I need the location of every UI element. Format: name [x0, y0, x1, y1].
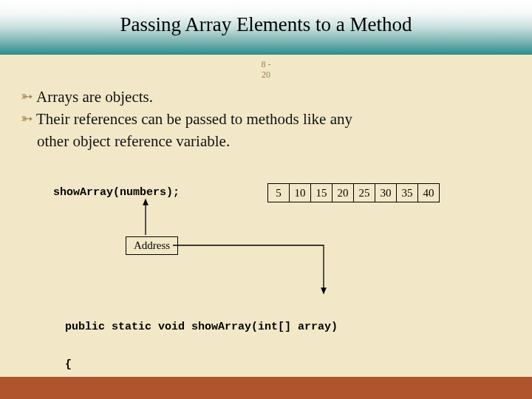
bullet-glyph: ➳: [21, 86, 33, 106]
slide-header: Passing Array Elements to a Method: [0, 0, 532, 55]
array-cell: 35: [396, 183, 418, 202]
code-line: public static void showArray(int[] array…: [65, 321, 338, 333]
bullet-item: ➳ Arrays are objects.: [21, 86, 511, 107]
page-number-top: 8 -: [0, 59, 532, 69]
arrow-address-to-method: [173, 245, 324, 293]
bullet-text: Arrays are objects.: [36, 86, 153, 107]
page-number-bottom: 20: [0, 69, 532, 80]
array-cell: 5: [267, 183, 290, 202]
array-cell: 30: [375, 183, 397, 202]
array-cell: 40: [417, 183, 440, 202]
code-line: {: [65, 358, 338, 371]
slide: Passing Array Elements to a Method 8 - 2…: [0, 0, 532, 399]
array-cell: 20: [332, 183, 354, 202]
bullet-continuation: other object reference variable.: [21, 131, 511, 151]
bottom-bar: [0, 377, 532, 399]
address-label-box: Address: [126, 236, 178, 255]
bullet-text: Their references can be passed to method…: [36, 109, 352, 129]
bullet-text: other object reference variable.: [37, 132, 230, 150]
slide-title: Passing Array Elements to a Method: [0, 13, 532, 36]
bullet-glyph: ➳: [21, 109, 33, 128]
bullet-item: ➳ Their references can be passed to meth…: [21, 109, 511, 129]
code-call: showArray(numbers);: [53, 186, 180, 199]
array-diagram: 5 10 15 20 25 30 35 40: [267, 183, 440, 202]
array-cell: 10: [289, 183, 311, 202]
page-number: 8 - 20: [0, 59, 532, 81]
slide-body: ➳ Arrays are objects. ➳ Their references…: [0, 81, 532, 152]
array-cell: 15: [310, 183, 332, 202]
array-cell: 25: [353, 183, 375, 202]
